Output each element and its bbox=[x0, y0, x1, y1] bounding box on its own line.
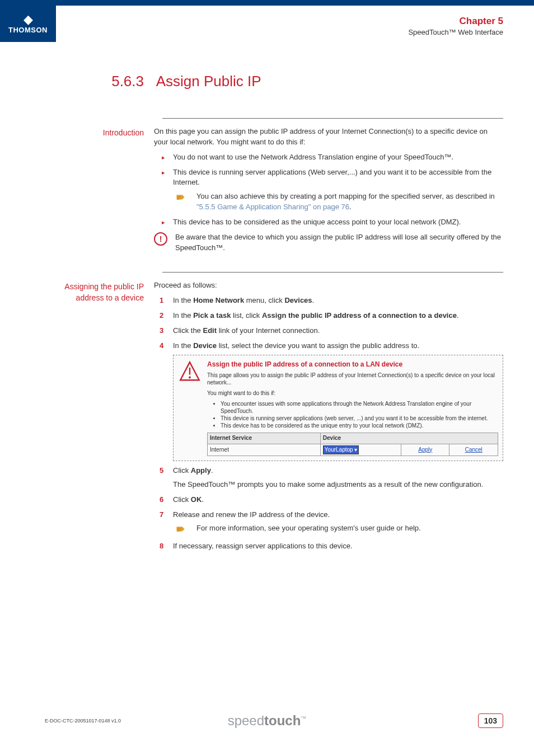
page-footer: E-DOC-CTC-20051017-0148 v1.0 speedtouch™… bbox=[0, 713, 534, 728]
tip-note: You can also achieve this by creating a … bbox=[173, 191, 503, 213]
ss-p1: This page allows you to assign the publi… bbox=[207, 372, 498, 386]
logo-icon: ◆ bbox=[24, 13, 33, 26]
divider bbox=[162, 272, 503, 273]
svg-point-2 bbox=[189, 376, 191, 378]
ss-th-service: Internet Service bbox=[208, 433, 321, 444]
chevron-down-icon: ▾ bbox=[354, 446, 357, 454]
ss-title: Assign the public IP address of a connec… bbox=[207, 360, 498, 369]
warning-text: Be aware that the device to which you as… bbox=[175, 232, 503, 253]
step-8: If necessary, reassign server applicatio… bbox=[154, 541, 503, 552]
logo-text: THOMSON bbox=[8, 26, 48, 34]
top-bar bbox=[0, 0, 534, 6]
assign-lead: Proceed as follows: bbox=[154, 280, 503, 291]
brand-logo: ◆ THOMSON bbox=[0, 0, 56, 42]
assign-content: Proceed as follows: In the Home Network … bbox=[154, 280, 503, 556]
step-7-tip-text: For more information, see your operating… bbox=[196, 523, 503, 534]
ss-td-service: Internet bbox=[208, 444, 321, 456]
section-heading: 5.6.3 Assign Public IP bbox=[45, 73, 503, 90]
step-7: Release and renew the IP address of the … bbox=[154, 510, 503, 537]
step-2: In the Pick a task list, click Assign th… bbox=[154, 311, 503, 321]
section-number: 5.6.3 bbox=[45, 73, 154, 90]
page-header: Chapter 5 SpeedTouch™ Web Interface bbox=[408, 16, 503, 36]
page-number: 103 bbox=[478, 713, 503, 728]
step-3: Click the Edit link of your Internet con… bbox=[154, 326, 503, 336]
intro-bullet-2: This device is running server applicatio… bbox=[154, 167, 503, 213]
chapter-title: Chapter 5 bbox=[408, 16, 503, 27]
divider bbox=[162, 118, 503, 119]
tip-icon bbox=[173, 191, 189, 205]
apply-link[interactable]: Apply bbox=[418, 447, 432, 453]
tip-icon bbox=[173, 523, 189, 537]
device-select[interactable]: YourLaptop▾ bbox=[323, 445, 359, 455]
step-1: In the Home Network menu, click Devices. bbox=[154, 295, 503, 306]
chapter-subtitle: SpeedTouch™ Web Interface bbox=[408, 28, 503, 36]
ss-warning-icon bbox=[178, 360, 202, 383]
assign-label: Assigning the public IP address to a dev… bbox=[45, 280, 154, 303]
step-6: Click OK. bbox=[154, 495, 503, 505]
intro-bullet-3: This device has to be considered as the … bbox=[154, 217, 503, 228]
ss-li1: You encounter issues with some applicati… bbox=[221, 400, 498, 415]
ss-li3: This device has to be considered as the … bbox=[221, 422, 498, 429]
doc-id: E-DOC-CTC-20051017-0148 v1.0 bbox=[45, 718, 121, 724]
intro-content: On this page you can assign the public I… bbox=[154, 126, 503, 256]
xref-link[interactable]: "5.5.5 Game & Application Sharing" on pa… bbox=[196, 203, 349, 211]
warning-note: ! Be aware that the device to which you … bbox=[154, 232, 503, 253]
step-7-tip: For more information, see your operating… bbox=[173, 523, 503, 537]
intro-label: Introduction bbox=[45, 126, 154, 139]
ss-li2: This device is running server applicatio… bbox=[221, 415, 498, 422]
step-5-note: The SpeedTouch™ prompts you to make some… bbox=[173, 480, 503, 490]
ss-table: Internet Service Device Internet YourLap… bbox=[207, 433, 498, 456]
section-title: Assign Public IP bbox=[156, 73, 261, 90]
cancel-link[interactable]: Cancel bbox=[465, 447, 483, 453]
tip-text: You can also achieve this by creating a … bbox=[196, 191, 503, 213]
warning-icon: ! bbox=[154, 232, 167, 246]
intro-lead: On this page you can assign the public I… bbox=[154, 126, 503, 148]
step-4: In the Device list, select the device yo… bbox=[154, 341, 503, 461]
embedded-screenshot: Assign the public IP address of a connec… bbox=[173, 355, 503, 461]
intro-bullet-1: You do not want to use the Network Addre… bbox=[154, 152, 503, 163]
ss-th-device: Device bbox=[320, 433, 498, 444]
brand-mark: speedtouch™ bbox=[228, 713, 307, 729]
step-5: Click Apply. The SpeedTouch™ prompts you… bbox=[154, 466, 503, 490]
ss-p2: You might want to do this if: bbox=[207, 389, 498, 397]
